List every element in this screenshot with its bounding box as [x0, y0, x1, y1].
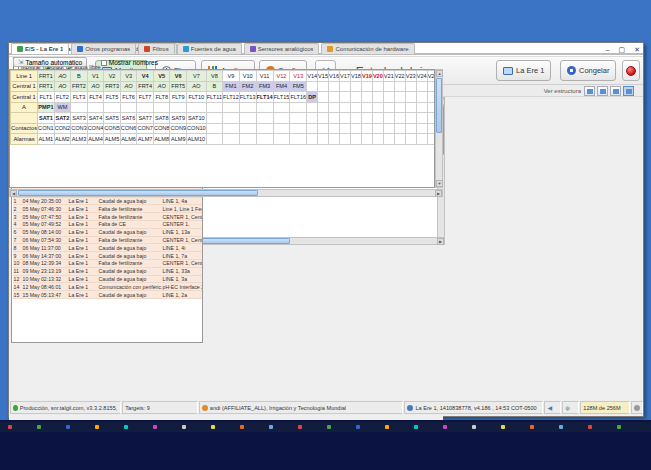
- io-cell[interactable]: [329, 81, 340, 92]
- structure-view-icon-4[interactable]: [623, 86, 634, 96]
- io-cell[interactable]: [318, 113, 329, 124]
- io-cell[interactable]: FRT4: [137, 81, 154, 92]
- io-cell[interactable]: V17: [340, 71, 351, 82]
- io-cell[interactable]: [290, 123, 307, 134]
- io-cell[interactable]: [256, 134, 273, 145]
- io-cell[interactable]: [372, 134, 383, 145]
- taskbar-app-icon[interactable]: [269, 425, 273, 429]
- io-cell[interactable]: B: [206, 81, 222, 92]
- taskbar-app-icon[interactable]: [385, 425, 389, 429]
- io-cell[interactable]: DP: [307, 92, 318, 103]
- io-cell[interactable]: FLT8: [153, 92, 170, 103]
- io-cell[interactable]: [383, 123, 394, 134]
- io-cell[interactable]: V22: [394, 71, 405, 82]
- io-cell[interactable]: CON3: [71, 123, 88, 134]
- taskbar-app-icon[interactable]: [182, 425, 186, 429]
- io-cell[interactable]: [340, 92, 351, 103]
- io-cell[interactable]: SAT4: [87, 113, 104, 124]
- io-cell[interactable]: [71, 102, 88, 113]
- io-cell[interactable]: [383, 102, 394, 113]
- io-cell[interactable]: FRT1: [38, 71, 55, 82]
- io-cell[interactable]: [372, 81, 383, 92]
- io-cell[interactable]: [416, 92, 427, 103]
- io-cell[interactable]: AO: [54, 81, 71, 92]
- io-cell[interactable]: CON6: [120, 123, 137, 134]
- io-cell[interactable]: V21: [383, 71, 394, 82]
- io-cell[interactable]: [307, 81, 318, 92]
- io-cell[interactable]: [318, 134, 329, 145]
- io-cell[interactable]: CON9: [170, 123, 187, 134]
- io-cell[interactable]: V4: [137, 71, 154, 82]
- io-cell[interactable]: [350, 92, 361, 103]
- io-cell[interactable]: [206, 102, 222, 113]
- io-mostrar-nombres-checkbox[interactable]: [101, 60, 107, 66]
- io-cell[interactable]: [350, 123, 361, 134]
- io-cell[interactable]: FRT5: [170, 81, 187, 92]
- taskbar-app-icon[interactable]: [37, 425, 41, 429]
- io-cell[interactable]: V24: [416, 71, 427, 82]
- io-cell[interactable]: SAT1: [38, 113, 55, 124]
- io-cell[interactable]: ALM9: [170, 134, 187, 145]
- io-cell[interactable]: [273, 123, 290, 134]
- taskbar-app-icon[interactable]: [327, 425, 331, 429]
- io-cell[interactable]: FLT6: [120, 92, 137, 103]
- io-cell[interactable]: [340, 81, 351, 92]
- taskbar-app-icon[interactable]: [472, 425, 476, 429]
- io-cell[interactable]: FLT9: [170, 92, 187, 103]
- io-cell[interactable]: FRT3: [104, 81, 121, 92]
- io-cell[interactable]: [290, 113, 307, 124]
- io-cell[interactable]: [372, 92, 383, 103]
- taskbar-app-icon[interactable]: [153, 425, 157, 429]
- alarm-row[interactable]: 1008 May 12:39:34La Ere 1Falta de fertil…: [13, 259, 204, 267]
- io-cell[interactable]: [318, 81, 329, 92]
- io-cell[interactable]: [350, 102, 361, 113]
- io-cell[interactable]: CON1: [38, 123, 55, 134]
- io-cell[interactable]: [87, 102, 104, 113]
- io-cell[interactable]: FM2: [239, 81, 256, 92]
- io-cell[interactable]: [153, 102, 170, 113]
- io-cell[interactable]: FLT3: [71, 92, 88, 103]
- io-cell[interactable]: [187, 102, 207, 113]
- io-cell[interactable]: [290, 134, 307, 145]
- io-cell[interactable]: SAT9: [170, 113, 187, 124]
- io-cell[interactable]: ALM7: [137, 134, 154, 145]
- io-cell[interactable]: SAT2: [54, 113, 71, 124]
- io-cell[interactable]: FLT15: [273, 92, 290, 103]
- io-cell[interactable]: V16: [329, 71, 340, 82]
- io-cell[interactable]: [256, 102, 273, 113]
- io-tab-3[interactable]: Filtros: [138, 43, 174, 54]
- io-cell[interactable]: [383, 134, 394, 145]
- io-cell[interactable]: V9: [223, 71, 240, 82]
- io-cell[interactable]: FLT4: [87, 92, 104, 103]
- io-cell[interactable]: FLT14: [256, 92, 273, 103]
- io-cell[interactable]: [206, 134, 222, 145]
- io-cell[interactable]: [372, 102, 383, 113]
- taskbar-app-icon[interactable]: [588, 425, 592, 429]
- io-cell[interactable]: V18: [350, 71, 361, 82]
- io-cell[interactable]: [223, 134, 240, 145]
- alarm-row[interactable]: 305 May 07:47:50La Ere 1Falta de fertili…: [13, 213, 204, 221]
- structure-view-icon-2[interactable]: [597, 86, 608, 96]
- io-cell[interactable]: [329, 92, 340, 103]
- io-cell[interactable]: [318, 123, 329, 134]
- io-cell[interactable]: V5: [153, 71, 170, 82]
- io-cell[interactable]: [405, 123, 416, 134]
- taskbar-app-icon[interactable]: [95, 425, 99, 429]
- io-cell[interactable]: ALM8: [153, 134, 170, 145]
- io-cell[interactable]: PMP1: [38, 102, 55, 113]
- io-tab-6[interactable]: Comunicación de hardware: [321, 43, 414, 54]
- alarm-row[interactable]: 205 May 07:46:30La Ere 1Falta de fertili…: [13, 205, 204, 213]
- io-cell[interactable]: V12: [273, 71, 290, 82]
- io-cell[interactable]: [416, 113, 427, 124]
- taskbar-app-icon[interactable]: [211, 425, 215, 429]
- io-cell[interactable]: [416, 123, 427, 134]
- alarm-row[interactable]: 706 May 07:54:30La Ere 1Falta de fertili…: [13, 236, 204, 244]
- io-cell[interactable]: [340, 102, 351, 113]
- io-cell[interactable]: [329, 102, 340, 113]
- io-cell[interactable]: FLT12: [223, 92, 240, 103]
- io-cell[interactable]: [383, 92, 394, 103]
- io-cell[interactable]: SAT7: [137, 113, 154, 124]
- io-cell[interactable]: AO: [153, 81, 170, 92]
- io-cell[interactable]: [394, 123, 405, 134]
- taskbar-app-icon[interactable]: [443, 425, 447, 429]
